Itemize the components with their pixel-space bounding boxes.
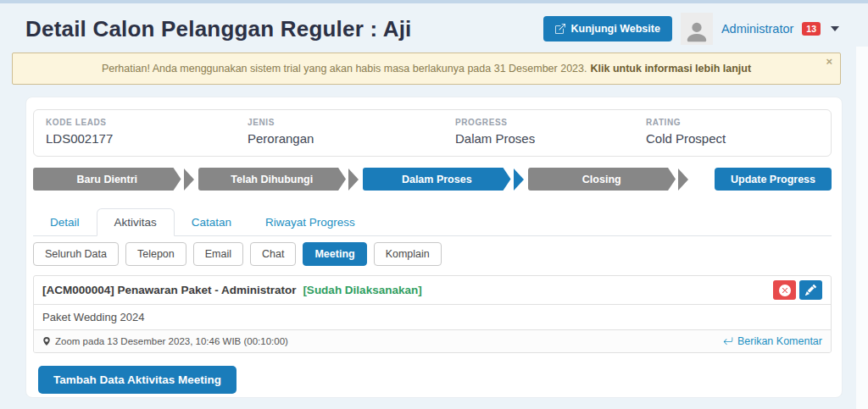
delete-activity-button[interactable]	[773, 280, 796, 300]
top-edge-strip	[0, 0, 868, 3]
notification-badge[interactable]: 13	[802, 22, 821, 36]
activity-actions	[773, 280, 822, 300]
step-dalam-proses: Dalam Proses	[363, 168, 528, 191]
page: Detail Calon Pelanggan Reguler : Aji Kun…	[0, 0, 868, 409]
tab-catatan[interactable]: Catatan	[175, 209, 248, 235]
person-icon	[684, 19, 709, 45]
x-circle-icon	[779, 285, 791, 296]
avatar[interactable]	[681, 13, 713, 45]
external-link-icon	[555, 24, 565, 34]
scrollbar[interactable]	[856, 47, 868, 409]
field-kode-leads: KODE LEADS LDS002177	[46, 118, 113, 146]
field-label: RATING	[646, 118, 726, 127]
visit-website-button[interactable]: Kunjungi Website	[543, 16, 672, 41]
filter-telepon[interactable]: Telepon	[125, 242, 186, 266]
activity-status-badge: [Sudah Dilaksanakan]	[303, 284, 421, 296]
step-label: Dalam Proses	[363, 168, 511, 191]
field-value: LDS002177	[46, 131, 113, 146]
step-label: Telah Dihubungi	[198, 168, 347, 191]
activity-filters: Seluruh Data Telepon Email Chat Meeting …	[33, 242, 442, 266]
pencil-icon	[805, 285, 816, 296]
activity-footer: Zoom pada 13 Desember 2023, 10:46 WIB (0…	[34, 330, 831, 352]
lead-info-box: KODE LEADS LDS002177 JENIS Perorangan PR…	[33, 109, 832, 157]
arrow-right-icon	[678, 169, 688, 191]
activity-title: [ACM000004] Penawaran Paket - Administra…	[42, 284, 422, 296]
comment-link-label: Berikan Komentar	[737, 335, 822, 347]
arrow-right-icon	[348, 169, 359, 191]
page-header: Detail Calon Pelanggan Reguler : Aji Kun…	[25, 10, 839, 47]
activity-description: Paket Wedding 2024	[34, 305, 831, 330]
visit-website-label: Kunjungi Website	[571, 23, 660, 35]
header-right: Kunjungi Website Administrator 13	[543, 13, 839, 45]
trial-alert-banner: Perhatian! Anda menggunakan sistem trial…	[12, 53, 841, 85]
username[interactable]: Administrator	[721, 22, 793, 36]
tab-detail[interactable]: Detail	[33, 209, 97, 235]
activity-meta-text: Zoom pada 13 Desember 2023, 10:46 WIB (0…	[55, 336, 288, 346]
progress-steps: Baru Dientri Telah Dihubungi Dalam Prose…	[33, 168, 693, 191]
field-jenis: JENIS Perorangan	[248, 118, 314, 146]
step-label: Closing	[528, 168, 676, 191]
tab-riwayat-progress[interactable]: Riwayat Progress	[248, 209, 372, 235]
update-progress-button[interactable]: Update Progress	[715, 168, 832, 191]
field-label: JENIS	[248, 118, 314, 127]
filter-meeting[interactable]: Meeting	[303, 242, 366, 266]
alert-link[interactable]: Klik untuk informasi lebih lanjut	[590, 63, 751, 75]
step-telah-dihubungi: Telah Dihubungi	[198, 168, 364, 191]
filter-email[interactable]: Email	[193, 242, 243, 266]
field-rating: RATING Cold Prospect	[646, 118, 726, 146]
step-baru-dientri: Baru Dientri	[33, 168, 198, 191]
activity-title-text: [ACM000004] Penawaran Paket - Administra…	[42, 284, 297, 296]
progress-steps-row: Baru Dientri Telah Dihubungi Dalam Prose…	[33, 168, 832, 191]
comment-link[interactable]: Berikan Komentar	[723, 335, 822, 347]
field-value: Cold Prospect	[646, 131, 726, 146]
filter-komplain[interactable]: Komplain	[374, 242, 442, 266]
close-icon[interactable]: ×	[826, 56, 832, 67]
activity-header: [ACM000004] Penawaran Paket - Administra…	[34, 276, 831, 305]
arrow-right-icon	[514, 169, 524, 191]
field-value: Perorangan	[248, 131, 314, 146]
reply-icon	[723, 336, 733, 346]
alert-message: Perhatian! Anda menggunakan sistem trial…	[102, 63, 587, 75]
field-label: KODE LEADS	[46, 118, 113, 127]
tab-aktivitas[interactable]: Aktivitas	[97, 208, 175, 236]
add-activity-button[interactable]: Tambah Data Aktivitas Meeting	[38, 366, 236, 394]
arrow-right-icon	[184, 169, 194, 191]
step-closing: Closing	[528, 168, 693, 191]
activity-item: [ACM000004] Penawaran Paket - Administra…	[33, 275, 832, 353]
map-pin-icon	[42, 336, 51, 346]
field-progress: PROGRESS Dalam Proses	[455, 118, 535, 146]
filter-seluruh-data[interactable]: Seluruh Data	[33, 242, 119, 266]
field-label: PROGRESS	[455, 118, 535, 127]
edit-activity-button[interactable]	[799, 280, 822, 300]
step-label: Baru Dientri	[33, 168, 181, 191]
activity-meta: Zoom pada 13 Desember 2023, 10:46 WIB (0…	[42, 336, 288, 346]
tab-bar: Detail Aktivitas Catatan Riwayat Progres…	[33, 207, 832, 236]
field-value: Dalam Proses	[455, 131, 535, 146]
filter-chat[interactable]: Chat	[250, 242, 296, 266]
lead-detail-card: KODE LEADS LDS002177 JENIS Perorangan PR…	[25, 97, 843, 398]
chevron-down-icon[interactable]	[831, 26, 839, 31]
page-title: Detail Calon Pelanggan Reguler : Aji	[25, 16, 412, 42]
